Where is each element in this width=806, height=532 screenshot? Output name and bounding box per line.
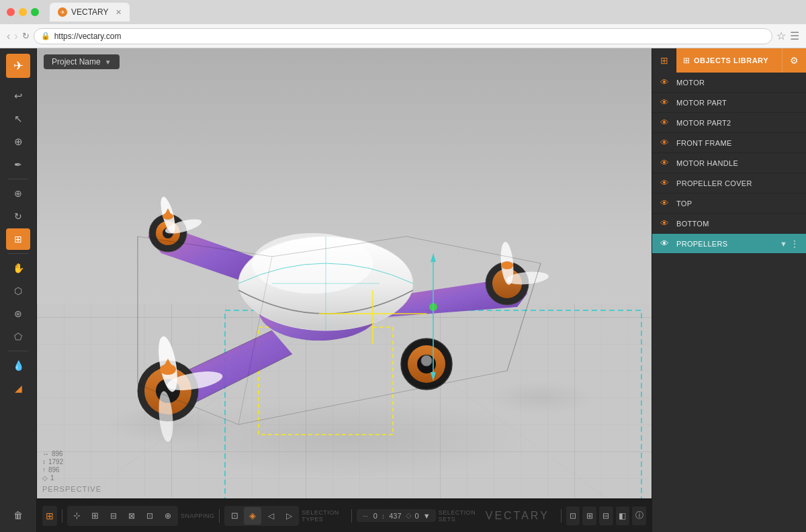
transform-tool-btn[interactable]: ⊕ <box>6 183 30 204</box>
eye-icon-propeller-cover[interactable]: 👁 <box>659 178 670 188</box>
paint-btn[interactable]: ⬡ <box>6 280 30 302</box>
rotate-tool-btn[interactable]: ↻ <box>6 206 30 227</box>
eye-icon-motor-handle[interactable]: 👁 <box>659 158 670 168</box>
motor-part-name: MOTOR PART <box>676 99 727 107</box>
polygon-btn[interactable]: ⬠ <box>6 326 30 347</box>
maximize-dot[interactable] <box>31 8 39 16</box>
snap-btn-5[interactable]: ⊡ <box>141 507 159 525</box>
browser-titlebar: ✈ VECTARY ✕ <box>0 0 806 24</box>
dropper-btn[interactable]: 💧 <box>6 355 30 376</box>
coord-z-val: 0 <box>415 512 419 520</box>
window-btn-2[interactable]: ⊞ <box>582 506 596 525</box>
project-dropdown-icon: ▼ <box>105 58 111 66</box>
eye-icon-front-frame[interactable]: 👁 <box>659 138 670 148</box>
viewport[interactable]: PERSPECTIVE ↔ 896 ↕ 1792 ↑ 896 ◇ 1 <box>37 48 652 532</box>
svg-point-7 <box>487 381 594 414</box>
snap-btn-3[interactable]: ⊟ <box>105 507 122 525</box>
window-btn-4[interactable]: ◧ <box>616 506 630 525</box>
panel-settings-btn[interactable]: ⚙ <box>782 48 806 73</box>
eye-icon-propellers[interactable]: 👁 <box>659 238 670 249</box>
object-item-motor[interactable]: 👁 MOTOR <box>652 73 806 93</box>
object-item-propeller-cover[interactable]: 👁 PROPELLER COVER <box>652 173 806 193</box>
address-bar[interactable]: 🔒 https://vectary.com <box>34 28 772 44</box>
snap-btn-2[interactable]: ⊞ <box>87 507 104 525</box>
objects-library-btn[interactable]: ⊞ OBJECTS LIBRARY <box>676 48 782 73</box>
toolbar-logo[interactable]: ✈ <box>6 54 30 78</box>
nodes-btn[interactable]: ⊛ <box>6 303 30 324</box>
stat-count: ◇ 1 <box>42 474 63 482</box>
eye-icon-bottom[interactable]: 👁 <box>659 218 670 228</box>
objects-icon-btn[interactable]: ⊞ <box>652 48 676 73</box>
toolbar-separator-1 <box>62 509 62 523</box>
minimize-dot[interactable] <box>19 8 27 16</box>
selection-types-group: ⊡ ◈ ◁ ▷ <box>224 506 299 526</box>
pen-tool-btn[interactable]: ✒ <box>6 154 30 175</box>
layers-btn[interactable]: ⊞ <box>6 228 30 250</box>
propellers-more-icon[interactable]: ⋮ <box>790 238 799 249</box>
toolbar-separator-2 <box>219 509 220 523</box>
menu-btn[interactable]: ☰ <box>790 30 799 42</box>
grid-btn[interactable]: ⊞ <box>42 506 57 526</box>
stat-height: ↑ 896 <box>42 466 63 474</box>
back-btn[interactable]: ‹ <box>7 30 10 42</box>
snap-btn-6[interactable]: ⊕ <box>159 507 177 525</box>
delete-btn[interactable]: 🗑 <box>6 504 30 526</box>
eye-icon-motor-part2[interactable]: 👁 <box>659 118 670 128</box>
bottom-name: BOTTOM <box>676 220 709 228</box>
object-item-motor-handle[interactable]: 👁 MOTOR HANDLE <box>652 153 806 173</box>
object-item-motor-part[interactable]: 👁 MOTOR PART <box>652 93 806 113</box>
window-btn-1[interactable]: ⊡ <box>566 506 580 525</box>
top-name: TOP <box>676 200 692 208</box>
perspective-label: PERSPECTIVE <box>42 485 101 493</box>
coord-dropdown[interactable]: ▼ <box>423 512 431 520</box>
undo-btn[interactable]: ↩ <box>6 85 30 107</box>
coord-y-val: 437 <box>389 512 401 520</box>
coord-x-val: 0 <box>373 512 377 520</box>
bookmark-btn[interactable]: ☆ <box>776 30 786 42</box>
motor-name: MOTOR <box>676 79 705 87</box>
drone-scene <box>37 48 652 532</box>
eye-icon-top[interactable]: 👁 <box>659 198 670 208</box>
object-item-motor-part2[interactable]: 👁 MOTOR PART2 <box>652 113 806 133</box>
motor-part2-name: MOTOR PART2 <box>676 119 731 127</box>
snapping-group: ⊹ ⊞ ⊟ ⊠ ⊡ ⊕ <box>67 506 178 526</box>
project-name-btn[interactable]: Project Name ▼ <box>44 54 120 69</box>
url-text: https://vectary.com <box>54 32 122 41</box>
toolbar-separator-3 <box>351 509 352 523</box>
tab-close-btn[interactable]: ✕ <box>116 8 122 17</box>
sel-type-4[interactable]: ▷ <box>280 507 298 525</box>
object-item-top[interactable]: 👁 TOP <box>652 193 806 214</box>
hand-tool-btn[interactable]: ✋ <box>6 257 30 279</box>
snap-btn-1[interactable]: ⊹ <box>69 507 86 525</box>
sel-type-1[interactable]: ⊡ <box>226 507 243 525</box>
object-item-propellers[interactable]: 👁 PROPELLERS ▼ ⋮ <box>652 234 806 254</box>
brush-btn[interactable]: ◢ <box>6 378 30 399</box>
forward-btn[interactable]: › <box>14 30 17 42</box>
sel-type-2[interactable]: ◈ <box>244 507 261 525</box>
select-tool-btn[interactable]: ↖ <box>6 108 30 130</box>
sel-type-3[interactable]: ◁ <box>262 507 279 525</box>
object-item-front-frame[interactable]: 👁 FRONT FRAME <box>652 133 806 153</box>
window-btn-5[interactable]: ⓘ <box>632 506 646 525</box>
front-frame-name: FRONT FRAME <box>676 139 732 147</box>
panel-header-row: ⊞ ⊞ OBJECTS LIBRARY ⚙ <box>652 48 806 73</box>
browser-tab[interactable]: ✈ VECTARY ✕ <box>50 3 130 21</box>
eye-icon-motor-part[interactable]: 👁 <box>659 97 670 107</box>
tab-title: VECTARY <box>71 7 109 17</box>
eye-icon-motor[interactable]: 👁 <box>659 77 670 87</box>
vectary-brand: VECTARY <box>486 510 549 522</box>
selection-types-label: SELECTION TYPES <box>302 509 347 523</box>
propeller-cover-name: PROPELLER COVER <box>676 179 752 187</box>
left-toolbar: ✈ ↩ ↖ ⊕ ✒ ⊕ ↻ ⊞ ✋ ⬡ ⊛ ⬠ 💧 ◢ 🗑 <box>0 48 37 532</box>
object-item-bottom[interactable]: 👁 BOTTOM <box>652 214 806 234</box>
snap-btn-4[interactable]: ⊠ <box>123 507 140 525</box>
tab-favicon: ✈ <box>58 7 67 17</box>
close-dot[interactable] <box>7 8 15 16</box>
propellers-chevron[interactable]: ▼ <box>780 240 787 248</box>
window-btn-3[interactable]: ⊟ <box>599 506 613 525</box>
toolbar-separator-4 <box>561 509 562 523</box>
reload-btn[interactable]: ↻ <box>22 31 30 41</box>
selection-sets-label: SELECTION SETS <box>439 509 480 523</box>
search-btn[interactable]: ⊕ <box>6 131 30 152</box>
browser-navbar: ‹ › ↻ 🔒 https://vectary.com ☆ ☰ <box>0 24 806 48</box>
